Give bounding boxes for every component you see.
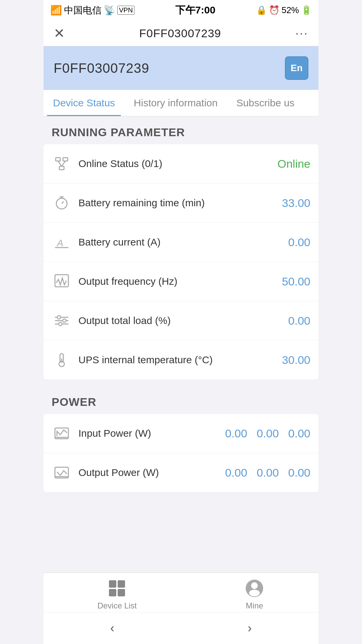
svg-rect-1 bbox=[63, 158, 68, 161]
timer-icon bbox=[52, 193, 72, 213]
tab-subscribe-us[interactable]: Subscribe us bbox=[227, 90, 304, 116]
network-icon bbox=[52, 154, 72, 174]
online-status-value: Online bbox=[278, 157, 310, 170]
input-power-val-3: 0.00 bbox=[288, 427, 310, 440]
input-power-label: Input Power (W) bbox=[78, 428, 218, 439]
svg-point-17 bbox=[59, 322, 62, 326]
header: F0FF03007239 En bbox=[44, 46, 318, 90]
battery-remaining-row: Battery remaining time (min) 33.00 bbox=[44, 183, 318, 223]
output-total-load-row: Output total load (%) 0.00 bbox=[44, 301, 318, 340]
status-bar-left: 📶 中国电信 📡 VPN bbox=[50, 4, 134, 17]
slider-icon bbox=[52, 311, 72, 331]
bottom-nav: Device List Mine bbox=[44, 573, 318, 617]
svg-text:A: A bbox=[56, 238, 63, 248]
status-bar-right: 🔒 ⏰ 52% 🔋 bbox=[256, 5, 312, 15]
output-power-values: 0.00 0.00 0.00 bbox=[225, 466, 310, 479]
mine-label: Mine bbox=[246, 601, 263, 610]
back-button[interactable]: ‹ bbox=[97, 618, 128, 639]
close-button[interactable]: ✕ bbox=[54, 26, 65, 40]
input-power-values: 0.00 0.00 0.00 bbox=[225, 427, 310, 440]
battery-remaining-value: 33.00 bbox=[282, 197, 310, 210]
language-button[interactable]: En bbox=[285, 56, 308, 80]
vpn-badge: VPN bbox=[117, 6, 134, 15]
output-power-icon bbox=[52, 463, 72, 483]
output-power-val-1: 0.00 bbox=[225, 466, 247, 479]
waveform-icon bbox=[52, 271, 72, 291]
output-power-label: Output Power (W) bbox=[78, 467, 218, 478]
svg-line-4 bbox=[62, 161, 65, 166]
output-total-load-value: 0.00 bbox=[288, 314, 310, 327]
running-parameter-heading: RUNNING PARAMETER bbox=[44, 116, 318, 144]
mine-nav-item[interactable]: Mine bbox=[244, 578, 264, 610]
alarm-icon: ⏰ bbox=[269, 5, 280, 15]
device-list-label: Device List bbox=[98, 601, 137, 610]
battery-icon: 🔋 bbox=[301, 5, 312, 15]
header-device-id: F0FF03007239 bbox=[54, 61, 149, 76]
svg-point-16 bbox=[63, 319, 66, 322]
nav-title: F0FF03007239 bbox=[139, 27, 221, 40]
power-card: Input Power (W) 0.00 0.00 0.00 Output Po… bbox=[44, 414, 318, 492]
svg-point-31 bbox=[249, 590, 260, 596]
svg-line-8 bbox=[62, 202, 64, 204]
input-power-row: Input Power (W) 0.00 0.00 0.00 bbox=[44, 414, 318, 453]
device-list-nav-item[interactable]: Device List bbox=[98, 578, 137, 610]
output-power-val-3: 0.00 bbox=[288, 466, 310, 479]
tab-bar: Device Status History information Subscr… bbox=[44, 90, 318, 116]
nav-bar: ✕ F0FF03007239 ··· bbox=[44, 20, 318, 46]
svg-rect-28 bbox=[118, 589, 125, 596]
battery-current-label: Battery current (A) bbox=[78, 236, 282, 248]
power-heading: POWER bbox=[44, 386, 318, 414]
svg-rect-2 bbox=[59, 166, 64, 170]
device-list-icon bbox=[107, 578, 127, 598]
input-power-icon bbox=[52, 423, 72, 443]
online-status-row: Online Status (0/1) Online bbox=[44, 144, 318, 183]
battery-current-value: 0.00 bbox=[288, 236, 310, 249]
status-bar: 📶 中国电信 📡 VPN 下午7:00 🔒 ⏰ 52% 🔋 bbox=[44, 0, 318, 20]
tab-history-information[interactable]: History information bbox=[124, 90, 227, 116]
output-total-load-label: Output total load (%) bbox=[78, 315, 282, 326]
carrier-label: 中国电信 bbox=[64, 4, 102, 17]
system-bar: ‹ › bbox=[44, 612, 318, 644]
svg-line-3 bbox=[58, 161, 62, 166]
mine-icon bbox=[244, 578, 264, 598]
forward-button[interactable]: › bbox=[234, 618, 265, 639]
ups-internal-temp-label: UPS internal temperature (°C) bbox=[78, 354, 275, 366]
output-frequency-row: Output frequency (Hz) 50.00 bbox=[44, 262, 318, 301]
running-parameter-card: Online Status (0/1) Online Battery remai… bbox=[44, 144, 318, 379]
more-button[interactable]: ··· bbox=[295, 27, 308, 39]
input-power-val-2: 0.00 bbox=[257, 427, 279, 440]
svg-point-15 bbox=[57, 316, 61, 319]
input-power-val-1: 0.00 bbox=[225, 427, 247, 440]
svg-point-30 bbox=[251, 582, 258, 589]
lock-icon: 🔒 bbox=[256, 5, 267, 15]
tab-device-status[interactable]: Device Status bbox=[44, 90, 124, 116]
output-frequency-label: Output frequency (Hz) bbox=[78, 276, 275, 287]
online-status-label: Online Status (0/1) bbox=[78, 158, 271, 169]
output-power-val-2: 0.00 bbox=[257, 466, 279, 479]
signal-icon: 📶 bbox=[50, 5, 62, 16]
wifi-icon: 📡 bbox=[104, 5, 115, 16]
ups-internal-temp-value: 30.00 bbox=[282, 354, 310, 367]
svg-rect-26 bbox=[118, 580, 125, 588]
svg-rect-0 bbox=[56, 158, 60, 161]
status-bar-time: 下午7:00 bbox=[175, 3, 216, 17]
ups-internal-temp-row: UPS internal temperature (°C) 30.00 bbox=[44, 340, 318, 379]
thermometer-icon bbox=[52, 350, 72, 370]
output-power-row: Output Power (W) 0.00 0.00 0.00 bbox=[44, 453, 318, 492]
svg-rect-25 bbox=[109, 580, 116, 588]
output-frequency-value: 50.00 bbox=[282, 275, 310, 288]
ampere-icon: A bbox=[52, 232, 72, 252]
battery-label: 52% bbox=[282, 5, 299, 15]
battery-remaining-label: Battery remaining time (min) bbox=[78, 197, 275, 209]
battery-current-row: A Battery current (A) 0.00 bbox=[44, 223, 318, 262]
svg-rect-27 bbox=[109, 589, 116, 596]
